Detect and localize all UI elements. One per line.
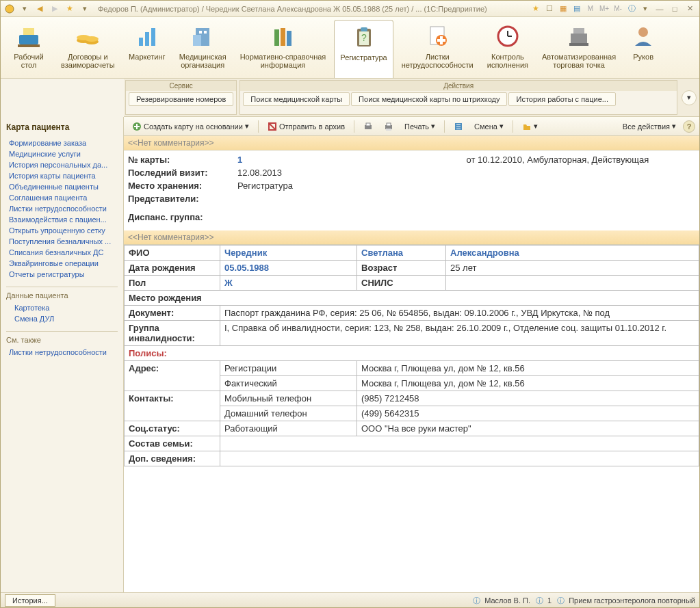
social-value: ООО "На все руки мастер" xyxy=(357,421,699,436)
svg-rect-15 xyxy=(274,29,279,46)
sidebar-link[interactable]: Картотека xyxy=(6,302,118,313)
birthplace-label: Место рождения xyxy=(125,291,699,306)
sidebar-link[interactable]: Объединенные пациенты xyxy=(6,181,118,192)
sidebar-link[interactable]: Открыть упрощенную сетку xyxy=(6,225,118,236)
social-type: Работающий xyxy=(220,421,357,436)
status-count[interactable]: ⓘ 1 xyxy=(536,596,552,605)
svg-rect-1 xyxy=(19,35,38,44)
help-icon[interactable]: ? xyxy=(683,120,695,133)
print-dropdown-button[interactable]: Печать ▾ xyxy=(400,120,439,132)
ribbon-pos[interactable]: Автоматизированная торговая точка xyxy=(536,20,621,78)
history-button[interactable]: История... xyxy=(5,594,55,607)
svg-rect-12 xyxy=(193,35,201,46)
svg-rect-46 xyxy=(456,129,461,129)
ribbon: Рабочий стол Договоры и взаиморасчеты Ма… xyxy=(1,17,699,79)
shift-button[interactable]: Смена ▾ xyxy=(470,120,508,132)
reserve-numbers-button[interactable]: Резервирование номеров xyxy=(129,92,233,106)
name-value: Светлана xyxy=(357,246,446,261)
sidebar-link[interactable]: Эквайринговые операции xyxy=(6,258,118,269)
info-icon: ⓘ xyxy=(473,596,482,605)
folder-button[interactable]: ▾ xyxy=(518,120,542,133)
cashregister-icon xyxy=(565,23,593,50)
ribbon-contracts[interactable]: Договоры и взаиморасчеты xyxy=(55,20,120,78)
ribbon-registry[interactable]: ? Регистратура xyxy=(334,20,393,78)
svg-point-7 xyxy=(85,36,99,42)
sidebar-link[interactable]: Списания безналичных ДС xyxy=(6,247,118,258)
sidebar-link[interactable]: Отчеты регистратуры xyxy=(6,269,118,280)
sidebar-link[interactable]: Листки нетрудоспособности xyxy=(6,203,118,214)
fav-icon[interactable]: ★ xyxy=(530,3,542,15)
ribbon-management[interactable]: Руков xyxy=(624,20,662,78)
patient-history-button[interactable]: История работы с пацие... xyxy=(508,92,616,106)
svg-rect-10 xyxy=(151,28,155,46)
sidebar-link[interactable]: Взаимодействия с пациен... xyxy=(6,214,118,225)
close-button[interactable]: ✕ xyxy=(683,3,697,14)
sidebar-link[interactable]: Листки нетрудоспособности xyxy=(6,347,118,358)
group-service: Сервис Резервирование номеров xyxy=(125,80,237,115)
ribbon-sicklists[interactable]: Листки нетрудоспособности xyxy=(396,20,479,78)
minimize-button[interactable]: — xyxy=(653,3,666,14)
printer-icon xyxy=(363,122,373,131)
search-card-button[interactable]: Поиск медицинской карты xyxy=(243,92,350,106)
storage-value: Регистратура xyxy=(237,181,695,191)
calc-icon[interactable]: ▦ xyxy=(557,3,569,15)
ribbon-control[interactable]: Контроль исполнения xyxy=(482,20,534,78)
sidebar-link[interactable]: Формирование заказа xyxy=(6,137,118,148)
svg-rect-2 xyxy=(23,28,34,35)
printer2-icon xyxy=(384,122,393,131)
info-icon[interactable]: ⓘ xyxy=(625,3,638,15)
sidebar-link[interactable]: История персональных да... xyxy=(6,159,118,170)
sidebar-link[interactable]: Поступления безналичных ... xyxy=(6,236,118,247)
ribbon-label: Автоматизированная торговая точка xyxy=(542,53,616,69)
sidebar-link[interactable]: Медицинские услуги xyxy=(6,148,118,159)
nav-fwd-icon[interactable]: ▶ xyxy=(49,3,61,15)
ribbon-reference[interactable]: Нормативно-справочная информация xyxy=(235,20,332,78)
sidebar-link[interactable]: Соглашения пациента xyxy=(6,192,118,203)
svg-rect-3 xyxy=(18,44,40,47)
archive-button[interactable]: Отправить в архив xyxy=(263,120,349,133)
sidebar-link[interactable]: Смена ДУЛ xyxy=(6,313,118,324)
printer-button[interactable] xyxy=(359,120,377,133)
sidebar: Карта пациента Формирование заказа Медиц… xyxy=(1,117,124,592)
ribbon-desktop[interactable]: Рабочий стол xyxy=(5,20,53,78)
group-title: Действия xyxy=(240,81,677,91)
dropdown2-icon[interactable]: ▾ xyxy=(79,3,91,15)
sidebar-link[interactable]: История карты пациента xyxy=(6,170,118,181)
info-dropdown-icon[interactable]: ▾ xyxy=(639,3,651,15)
ribbon-marketing[interactable]: Маркетинг xyxy=(123,20,171,78)
sex-value: Ж xyxy=(220,276,357,291)
status-appointment[interactable]: ⓘ Прием гастроэнтеролога повторный xyxy=(557,596,695,605)
chevron-down-icon: ▾ xyxy=(431,122,435,131)
ribbon-medorg[interactable]: Медицинская организация xyxy=(174,20,232,78)
disability-label: Группа инвалидности: xyxy=(125,321,220,346)
create-card-button[interactable]: Создать карту на основании ▾ xyxy=(128,120,253,133)
m-btn[interactable]: M xyxy=(584,3,597,15)
svg-rect-13 xyxy=(199,31,202,34)
status-user[interactable]: ⓘ Маслов В. П. xyxy=(473,596,530,605)
maximize-button[interactable]: □ xyxy=(668,3,682,14)
list-button[interactable] xyxy=(450,120,467,133)
all-actions-button[interactable]: Все действия ▾ xyxy=(619,120,680,132)
svg-rect-16 xyxy=(281,28,285,46)
subribbon-more-icon[interactable]: ▾ xyxy=(682,90,697,105)
document-icon xyxy=(424,23,451,50)
m-plus-btn[interactable]: M+ xyxy=(598,3,610,15)
addr-fact-type: Фактический xyxy=(220,376,357,391)
chart-icon xyxy=(133,23,161,50)
calendar-icon[interactable]: ▤ xyxy=(571,3,583,15)
dropdown-icon[interactable]: ▾ xyxy=(18,3,31,15)
bookmark-icon[interactable]: ☐ xyxy=(543,3,556,15)
ribbon-label: Договоры и взаиморасчеты xyxy=(61,53,115,69)
mobile-type: Мобильный телефон xyxy=(220,391,357,406)
card-no-label: № карты: xyxy=(128,155,237,165)
extra-label: Доп. сведения: xyxy=(125,451,220,466)
nav-back-icon[interactable]: ◀ xyxy=(34,3,46,15)
search-barcode-button[interactable]: Поиск медицинской карты по штрихкоду xyxy=(351,92,507,106)
star-icon[interactable]: ★ xyxy=(64,3,76,15)
print-all-button[interactable] xyxy=(380,120,398,133)
addr-reg-value: Москва г, Плющева ул, дом № 12, кв.56 xyxy=(357,361,699,376)
m-minus-btn[interactable]: M- xyxy=(612,3,624,15)
app-icon[interactable] xyxy=(3,3,16,15)
info-icon: ⓘ xyxy=(536,596,545,605)
doc-value: Паспорт гражданина РФ, серия: 25 06, № 6… xyxy=(220,306,699,321)
